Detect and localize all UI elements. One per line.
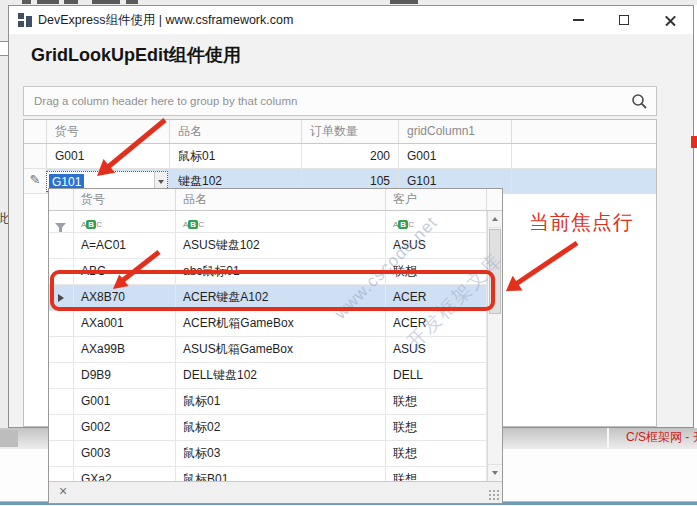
maximize-button[interactable] — [601, 6, 647, 34]
cell-customer[interactable]: DELL — [386, 363, 487, 388]
cell-name[interactable]: 鼠标02 — [176, 415, 386, 440]
page-title: GridLookUpEdit组件使用 — [31, 43, 241, 67]
column-header-huohao[interactable]: 货号 — [47, 120, 170, 143]
cell-customer[interactable]: ASUS — [386, 233, 487, 258]
popup-row[interactable]: AXa99B ASUS机箱GameBox ASUS — [49, 337, 487, 363]
popup-header-indicator — [49, 189, 74, 210]
background-clipped-text: 此 — [0, 210, 8, 228]
scrollbar-up-button[interactable] — [488, 211, 502, 228]
cell-customer[interactable]: 联想 — [386, 441, 487, 466]
chevron-down-icon — [492, 471, 498, 475]
cell-name[interactable]: ASUS键盘102 — [176, 233, 386, 258]
cell-name[interactable]: ASUS机箱GameBox — [176, 337, 386, 362]
cell-code[interactable]: A=AC01 — [74, 233, 176, 258]
cell-code[interactable]: D9B9 — [74, 363, 176, 388]
popup-header-row: 货号 品名 客户 — [49, 189, 502, 211]
cell-name[interactable]: 鼠标01 — [176, 389, 386, 414]
background-divider — [607, 428, 609, 448]
cell-code[interactable]: G002 — [74, 415, 176, 440]
cell-name[interactable]: ACER机箱GameBox — [176, 311, 386, 336]
filter-cell-customer[interactable]: ABC — [386, 211, 487, 232]
cell-code[interactable]: AXa99B — [74, 337, 176, 362]
window-title: DevExpress组件使用 | www.csframework.com — [38, 6, 293, 34]
group-by-hint: Drag a column header here to group by th… — [34, 87, 297, 115]
app-icon — [18, 13, 32, 27]
filter-cell-name[interactable]: ABC — [176, 211, 386, 232]
background-window-fragment — [92, 0, 120, 4]
maximize-icon — [619, 15, 629, 25]
main-grid-header-row: 货号 品名 订单数量 gridColumn1 — [24, 120, 656, 144]
focused-row-highlight-box — [50, 270, 495, 311]
cell-customer[interactable]: 联想 — [386, 389, 487, 414]
background-window-fragment — [0, 430, 18, 447]
scrollbar-down-button[interactable] — [488, 464, 502, 481]
popup-row-indicator — [49, 337, 74, 362]
popup-row-indicator — [49, 363, 74, 388]
main-grid-row[interactable]: G001 鼠标01 200 G001 — [24, 144, 656, 169]
row-indicator-cell — [24, 144, 47, 168]
header-indicator-cell — [24, 120, 47, 143]
search-icon[interactable] — [631, 93, 648, 110]
cell-code[interactable]: G001 — [47, 144, 170, 168]
popup-auto-filter-row: ABC ABC ABC — [49, 211, 487, 233]
background-window-fragment — [390, 0, 418, 4]
cell-qty[interactable]: 200 — [302, 144, 399, 168]
screenshot-root: 此 C/S框架网 - 开 DevExpress组件使用 | www.csfram… — [0, 0, 697, 506]
edit-pencil-icon: ✎ — [30, 172, 41, 187]
title-bar[interactable]: DevExpress组件使用 | www.csframework.com — [9, 6, 693, 34]
cell-code[interactable]: AXa001 — [74, 311, 176, 336]
cell-customer[interactable]: 联想 — [386, 467, 487, 481]
column-header-pinming[interactable]: 品名 — [170, 120, 302, 143]
filter-indicator-cell — [49, 211, 74, 232]
cell-name[interactable]: 鼠标03 — [176, 441, 386, 466]
cell-code[interactable]: G003 — [74, 441, 176, 466]
popup-column-header-customer[interactable]: 客户 — [386, 189, 487, 210]
popup-column-header-name[interactable]: 品名 — [176, 189, 386, 210]
cell-customer[interactable]: 联想 — [386, 415, 487, 440]
popup-column-header-code[interactable]: 货号 — [74, 189, 176, 210]
group-by-panel[interactable]: Drag a column header here to group by th… — [23, 86, 657, 116]
filter-cell-code[interactable]: ABC — [74, 211, 176, 232]
popup-row-indicator — [49, 467, 74, 481]
row-indicator-cell: ✎ — [24, 169, 47, 193]
background-window-fragment — [126, 0, 138, 4]
popup-resize-grip[interactable] — [488, 489, 499, 500]
cell-grid1[interactable]: G001 — [399, 144, 512, 168]
popup-row-indicator — [49, 233, 74, 258]
popup-row-indicator — [49, 415, 74, 440]
cell-code[interactable]: G001 — [74, 389, 176, 414]
popup-row[interactable]: AXa001 ACER机箱GameBox ACER — [49, 311, 487, 337]
cell-name[interactable]: 鼠标01 — [170, 144, 302, 168]
cell-customer[interactable]: ASUS — [386, 337, 487, 362]
minimize-button[interactable] — [555, 6, 601, 34]
popup-close-button[interactable]: × — [59, 483, 67, 499]
chevron-down-icon — [158, 180, 164, 184]
lookup-dropdown-popup: 货号 品名 客户 ABC ABC ABC A=AC01 ASUS键盘102 AS… — [48, 188, 503, 504]
popup-row[interactable]: D9B9 DELL键盘102 DELL — [49, 363, 487, 389]
close-icon — [664, 14, 677, 27]
popup-row[interactable]: G002 鼠标02 联想 — [49, 415, 487, 441]
cell-name[interactable]: DELL键盘102 — [176, 363, 386, 388]
chevron-up-icon — [492, 217, 498, 221]
background-window-fragment — [64, 0, 78, 4]
popup-vertical-scrollbar[interactable] — [487, 211, 502, 481]
close-button[interactable] — [647, 6, 693, 34]
column-header-gridcolumn1[interactable]: gridColumn1 — [399, 120, 512, 143]
popup-row-indicator — [49, 389, 74, 414]
cell-code[interactable]: GXa2 — [74, 467, 176, 481]
cell-customer[interactable]: ACER — [386, 311, 487, 336]
popup-row[interactable]: G003 鼠标03 联想 — [49, 441, 487, 467]
popup-footer: × — [49, 481, 502, 503]
background-window-fragment — [22, 0, 31, 4]
column-header-qty[interactable]: 订单数量 — [302, 120, 399, 143]
minimize-icon — [573, 19, 584, 21]
background-status-text: C/S框架网 - 开 — [626, 429, 697, 446]
popup-row[interactable]: G001 鼠标01 联想 — [49, 389, 487, 415]
focused-row-annotation: 当前焦点行 — [529, 209, 634, 236]
background-checkbox-icon — [0, 41, 8, 56]
popup-row[interactable]: A=AC01 ASUS键盘102 ASUS — [49, 233, 487, 259]
popup-row[interactable]: GXa2 鼠标B01 联想 — [49, 467, 487, 481]
background-window-fragment — [37, 0, 59, 4]
cell-name[interactable]: 鼠标B01 — [176, 467, 386, 481]
popup-row-indicator — [49, 311, 74, 336]
